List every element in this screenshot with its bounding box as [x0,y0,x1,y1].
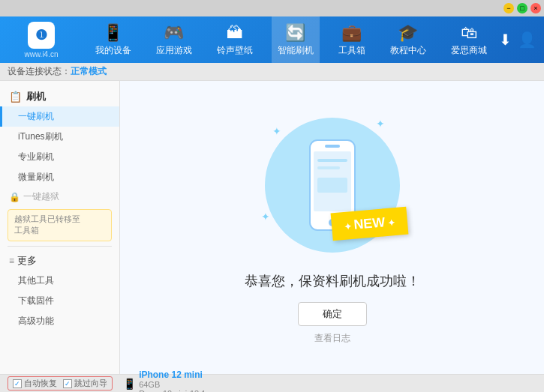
illustration: NEW ✦ ✦ ✦ [257,110,407,260]
status-bar: 设备连接状态： 正常模式 [0,63,544,81]
sidebar-flash-label: 刷机 [26,90,46,103]
nav-flash-icon: 🔄 [285,23,305,43]
nav-toolbox-icon: 💼 [341,23,362,43]
history-link[interactable]: 查看日志 [314,332,350,345]
sidebar-item-advanced[interactable]: 高级功能 [0,311,119,331]
svg-rect-4 [317,159,347,162]
sidebar-flash-section: 📋 刷机 [0,87,119,106]
status-label: 设备连接状态： [8,65,71,78]
sidebar-item-pro-flash[interactable]: 专业刷机 [0,147,119,167]
nav-toolbox-label: 工具箱 [338,44,365,57]
sidebar-divider [8,246,112,247]
account-icon[interactable]: 👤 [518,31,536,49]
device-phone-icon: 📱 [123,378,136,390]
sidebar-item-micro-flash[interactable]: 微量刷机 [0,167,119,187]
main-container: 📋 刷机 一键刷机 iTunes刷机 专业刷机 微量刷机 🔒 一键越狱 越狱工具… [0,81,544,374]
nav-wallpaper-icon: 🏔 [227,23,243,43]
nav-apps-icon: 🎮 [164,23,184,43]
nav-apps[interactable]: 🎮 应用游戏 [150,16,198,63]
sidebar-itunes-label: iTunes刷机 [18,131,63,142]
content-area: NEW ✦ ✦ ✦ 恭喜您，保资料刷机成功啦！ 确定 查看日志 [120,81,544,374]
new-ribbon: NEW [330,207,408,241]
bottom-left: 自动恢复 跳过向导 📱 iPhone 12 mini 64GB Down-12m… [8,370,536,393]
nav-smart-flash[interactable]: 🔄 智能刷机 [272,16,320,63]
device-section: 📱 iPhone 12 mini 64GB Down-12mini-13.1 [123,370,206,393]
logo-area: ❶ www.i4.cn [0,16,83,63]
sidebar-other-tools-label: 其他工具 [18,275,54,286]
sidebar-pro-label: 专业刷机 [18,151,54,162]
sidebar-notice: 越狱工具已转移至工具箱 [8,209,112,241]
sidebar-item-other-tools[interactable]: 其他工具 [0,271,119,291]
skip-wizard-label: 跳过向导 [74,378,107,389]
nav-items: 📱 我的设备 🎮 应用游戏 🏔 铃声壁纸 🔄 智能刷机 💼 工具箱 🎓 教程中心… [83,16,499,63]
confirm-button[interactable]: 确定 [298,302,367,326]
status-value: 正常模式 [71,65,107,78]
nav-store-label: 爱思商城 [451,44,487,57]
maximize-button[interactable]: □ [517,3,527,13]
sparkle-icon-1: ✦ [272,125,281,137]
sidebar-item-itunes-flash[interactable]: iTunes刷机 [0,127,119,147]
sidebar-advanced-label: 高级功能 [18,316,54,326]
checkbox-group: 自动恢复 跳过向导 [8,376,113,391]
device-name: iPhone 12 mini [139,370,206,380]
svg-rect-5 [317,166,340,169]
nav-tutorial[interactable]: 🎓 教程中心 [384,16,432,63]
sidebar-micro-label: 微量刷机 [18,172,54,182]
sidebar-more-text: 更多 [17,254,37,268]
nav-right: ⬇ 👤 [499,31,544,49]
sidebar-locked-jailbreak: 🔒 一键越狱 [0,187,119,206]
nav-tutorial-label: 教程中心 [390,44,426,57]
sidebar-one-key-label: 一键刷机 [18,111,54,121]
auto-restore-checkbox[interactable]: 自动恢复 [13,378,57,389]
lock-icon: 🔒 [9,192,20,202]
sidebar-download-firmware-label: 下载固件 [18,295,54,306]
sparkle-icon-3: ✦ [261,211,270,223]
device-model: Down-12mini-13.1 [139,389,206,393]
nav-device-label: 我的设备 [95,44,131,57]
nav-wallpaper[interactable]: 🏔 铃声壁纸 [211,16,259,63]
sidebar-locked-label: 一键越狱 [23,190,59,203]
logo-url: www.i4.cn [24,50,58,58]
header: ❶ www.i4.cn 📱 我的设备 🎮 应用游戏 🏔 铃声壁纸 🔄 智能刷机 … [0,16,544,63]
sparkle-icon-2: ✦ [376,118,385,130]
nav-toolbox[interactable]: 💼 工具箱 [332,16,371,63]
download-icon[interactable]: ⬇ [499,31,512,49]
nav-device-icon: 📱 [103,23,123,43]
nav-flash-label: 智能刷机 [278,44,314,57]
device-storage: 64GB [139,380,206,389]
flash-section-icon: 📋 [9,91,22,103]
svg-rect-3 [325,145,340,148]
sidebar-more-section: ≡ 更多 [0,251,119,271]
skip-wizard-checkbox[interactable]: 跳过向导 [63,378,107,389]
sidebar-item-one-key-flash[interactable]: 一键刷机 [0,106,119,127]
minimize-button[interactable]: − [503,3,514,13]
nav-tutorial-icon: 🎓 [398,23,418,43]
nav-my-device[interactable]: 📱 我的设备 [89,16,137,63]
nav-wallpaper-label: 铃声壁纸 [217,44,253,57]
close-button[interactable]: × [530,3,541,13]
sidebar-item-download-firmware[interactable]: 下载固件 [0,291,119,311]
skip-wizard-cb [63,379,72,388]
auto-restore-label: 自动恢复 [24,378,57,389]
sidebar-more-label: ≡ [9,256,14,266]
nav-apps-label: 应用游戏 [156,44,192,57]
nav-store[interactable]: 🛍 爱思商城 [445,16,493,63]
nav-store-icon: 🛍 [461,23,477,43]
bottom-bar: 自动恢复 跳过向导 📱 iPhone 12 mini 64GB Down-12m… [0,374,544,392]
auto-restore-cb [13,379,22,388]
success-text: 恭喜您，保资料刷机成功啦！ [245,272,420,290]
notice-text: 越狱工具已转移至工具箱 [14,214,80,235]
svg-rect-6 [317,178,347,193]
logo-icon: ❶ [28,22,55,49]
sidebar: 📋 刷机 一键刷机 iTunes刷机 专业刷机 微量刷机 🔒 一键越狱 越狱工具… [0,81,120,374]
title-bar: − □ × [0,0,544,16]
